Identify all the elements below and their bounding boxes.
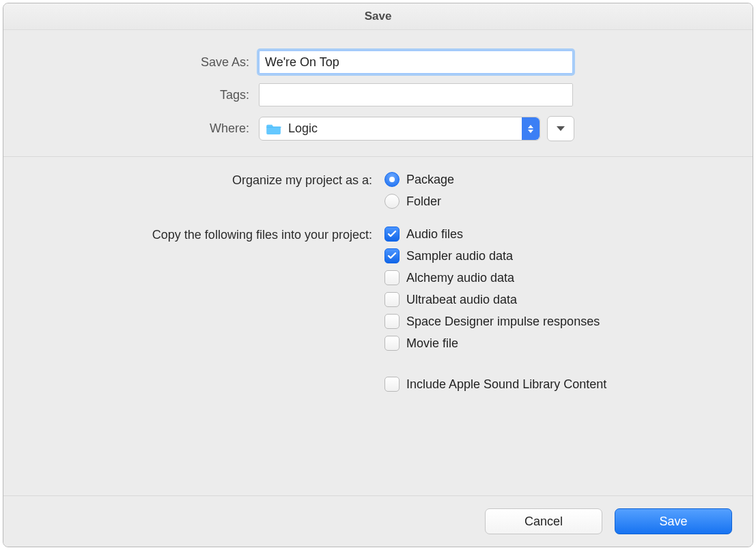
where-label: Where:	[31, 121, 259, 136]
copy-option-ultrabeat[interactable]: Ultrabeat audio data	[384, 292, 606, 307]
organize-options: Package Folder	[384, 172, 454, 209]
checkbox-icon	[384, 270, 400, 285]
where-select[interactable]: Logic	[259, 117, 540, 141]
organize-option-folder[interactable]: Folder	[384, 194, 454, 209]
organize-option-package[interactable]: Package	[384, 172, 454, 187]
dialog-content: Save As: Tags: Where: Logic	[3, 30, 753, 495]
copy-options: Audio files Sampler audio data Alchemy a…	[384, 227, 606, 392]
window-title: Save	[3, 3, 753, 30]
option-label: Sampler audio data	[406, 249, 513, 263]
checkbox-icon	[384, 336, 400, 351]
option-label: Alchemy audio data	[406, 271, 514, 285]
checkbox-icon	[384, 314, 400, 329]
option-label: Package	[406, 173, 454, 187]
checkbox-icon	[384, 292, 400, 307]
copy-label: Copy the following files into your proje…	[31, 227, 384, 242]
where-value: Logic	[288, 121, 522, 136]
checkbox-icon	[384, 227, 400, 242]
option-label: Space Designer impulse responses	[406, 315, 600, 329]
radio-icon	[384, 194, 400, 209]
option-label: Folder	[406, 194, 441, 209]
radio-icon	[384, 172, 400, 187]
include-apple-library[interactable]: Include Apple Sound Library Content	[384, 377, 606, 392]
cancel-button[interactable]: Cancel	[485, 508, 602, 534]
updown-icon	[522, 117, 540, 140]
organize-label: Organize my project as a:	[31, 172, 384, 188]
copy-option-sampler[interactable]: Sampler audio data	[384, 248, 606, 263]
save-dialog: Save Save As: Tags: Where: Logic	[3, 3, 753, 547]
tags-input[interactable]	[259, 83, 573, 106]
option-label: Audio files	[406, 227, 463, 242]
option-label: Ultrabeat audio data	[406, 293, 517, 307]
divider	[3, 156, 753, 157]
copy-option-alchemy[interactable]: Alchemy audio data	[384, 270, 606, 285]
checkbox-icon	[384, 377, 400, 392]
option-label: Include Apple Sound Library Content	[406, 377, 606, 392]
expand-button[interactable]	[547, 116, 574, 141]
copy-option-movie[interactable]: Movie file	[384, 336, 606, 351]
chevron-down-icon	[557, 126, 565, 131]
checkbox-icon	[384, 248, 400, 263]
copy-option-audio-files[interactable]: Audio files	[384, 227, 606, 242]
tags-label: Tags:	[31, 88, 259, 102]
saveas-input[interactable]	[259, 50, 573, 74]
copy-option-space-designer[interactable]: Space Designer impulse responses	[384, 314, 606, 329]
dialog-footer: Cancel Save	[3, 495, 753, 547]
option-label: Movie file	[406, 336, 458, 351]
saveas-label: Save As:	[31, 55, 259, 70]
save-button[interactable]: Save	[615, 508, 732, 534]
folder-icon	[266, 123, 281, 135]
